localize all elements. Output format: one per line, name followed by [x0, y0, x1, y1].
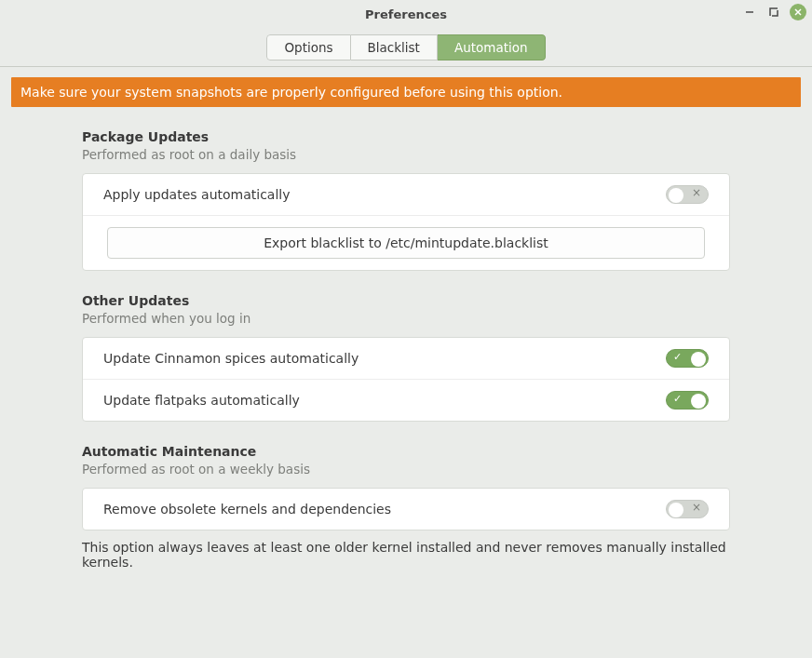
section-title: Package Updates: [82, 129, 730, 144]
panel-package-updates: Apply updates automatically Export black…: [82, 173, 730, 271]
row-label: Update Cinnamon spices automatically: [103, 351, 359, 366]
row-label: Remove obsolete kernels and dependencies: [103, 502, 391, 517]
section-other-updates: Other Updates Performed when you log in …: [82, 293, 730, 422]
export-blacklist-button[interactable]: Export blacklist to /etc/mintupdate.blac…: [107, 227, 705, 259]
tabbar: Options Blacklist Automation: [0, 28, 812, 67]
tab-automation[interactable]: Automation: [438, 34, 546, 60]
titlebar: Preferences: [0, 0, 812, 28]
section-title: Other Updates: [82, 293, 730, 308]
section-subtitle: Performed when you log in: [82, 311, 730, 326]
row-export-blacklist: Export blacklist to /etc/mintupdate.blac…: [83, 216, 729, 270]
section-automatic-maintenance: Automatic Maintenance Performed as root …: [82, 444, 730, 570]
tab-options[interactable]: Options: [266, 34, 350, 60]
row-label: Update flatpaks automatically: [103, 393, 300, 408]
row-label: Apply updates automatically: [103, 187, 291, 202]
row-remove-obsolete-kernels: Remove obsolete kernels and dependencies: [83, 489, 729, 530]
section-title: Automatic Maintenance: [82, 444, 730, 459]
row-apply-updates-automatically: Apply updates automatically: [83, 174, 729, 216]
maintenance-note: This option always leaves at least one o…: [82, 540, 730, 570]
window-title: Preferences: [365, 7, 447, 21]
section-package-updates: Package Updates Performed as root on a d…: [82, 129, 730, 271]
maximize-button[interactable]: [765, 4, 782, 20]
panel-automatic-maintenance: Remove obsolete kernels and dependencies: [82, 488, 730, 530]
tab-blacklist[interactable]: Blacklist: [351, 34, 438, 60]
section-subtitle: Performed as root on a weekly basis: [82, 462, 730, 477]
warning-banner: Make sure your system snapshots are prop…: [11, 77, 801, 107]
toggle-apply-updates-automatically[interactable]: [666, 185, 709, 204]
content-area: Make sure your system snapshots are prop…: [0, 67, 812, 570]
row-update-flatpaks: Update flatpaks automatically: [83, 380, 729, 421]
section-subtitle: Performed as root on a daily basis: [82, 147, 730, 162]
minimize-button[interactable]: [741, 4, 758, 20]
toggle-remove-obsolete-kernels[interactable]: [666, 500, 709, 518]
row-update-cinnamon-spices: Update Cinnamon spices automatically: [83, 338, 729, 380]
toggle-update-cinnamon-spices[interactable]: [666, 349, 709, 368]
panel-other-updates: Update Cinnamon spices automatically Upd…: [82, 337, 730, 422]
toggle-update-flatpaks[interactable]: [666, 391, 709, 410]
close-button[interactable]: [790, 4, 806, 20]
window-controls: [741, 4, 806, 20]
